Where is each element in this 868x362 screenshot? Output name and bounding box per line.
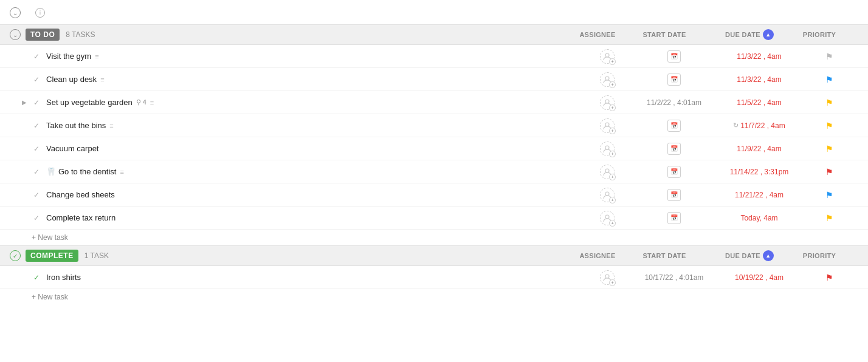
subtask-count-3: ⚲ 4 (136, 98, 146, 106)
task-due-date-6: 11/14/22 , 3:31pm (714, 168, 805, 176)
calendar-icon-7[interactable]: 📅 (667, 189, 681, 201)
svg-point-7 (605, 215, 609, 219)
task-name-8: Complete tax return (46, 213, 580, 222)
col-header-priority: PRIORITY (795, 31, 844, 38)
assignee-avatar-3[interactable]: + (600, 95, 615, 110)
task-check-3[interactable]: ✓ (32, 98, 41, 108)
task-check-6[interactable]: ✓ (32, 167, 41, 177)
flag-icon-6[interactable]: ⚑ (825, 167, 833, 177)
col-headers-todo: ASSIGNEE START DATE DUE DATE ▲ PRIORITY (570, 29, 858, 40)
flag-icon-3[interactable]: ⚑ (825, 98, 833, 108)
task-start-date-1: 📅 (635, 50, 714, 63)
task-cols-6: + 📅 11/14/22 , 3:31pm ⚑ (580, 165, 858, 179)
task-row: ✓ Clean up desk ≡ + (0, 68, 868, 91)
flag-icon-8[interactable]: ⚑ (825, 213, 833, 223)
flag-icon-1[interactable]: ⚑ (825, 52, 833, 61)
new-task-row-todo[interactable]: + New task (0, 230, 868, 245)
assignee-plus-1[interactable]: + (609, 58, 616, 65)
task-menu-2[interactable]: ≡ (100, 76, 104, 83)
task-menu-4[interactable]: ≡ (109, 122, 113, 129)
assignee-avatar-8[interactable]: + (600, 211, 615, 225)
task-name-4: Take out the bins ≡ (46, 121, 580, 130)
task-priority-5: ⚑ (805, 144, 853, 154)
task-assignee-6: + (580, 165, 635, 179)
task-cols-9: + 10/17/22 , 4:01am 10/19/22 , 4am ⚑ (580, 270, 858, 285)
start-date-text-3: 11/2/22 , 4:01am (647, 98, 701, 107)
task-check-5[interactable]: ✓ (32, 144, 41, 154)
flag-icon-5[interactable]: ⚑ (825, 144, 833, 154)
due-date-text-1: 11/3/22 , 4am (737, 52, 781, 61)
due-date-text-2: 11/3/22 , 4am (737, 75, 781, 84)
task-priority-3: ⚑ (805, 98, 853, 108)
svg-point-0 (605, 53, 609, 57)
assignee-plus-4[interactable]: + (609, 128, 616, 134)
col-header-priority: PRIORITY (795, 252, 844, 259)
task-row: ✓ Visit the gym ≡ + (0, 45, 868, 68)
flag-icon-4[interactable]: ⚑ (825, 121, 833, 131)
info-icon[interactable]: i (35, 8, 45, 18)
new-task-row-complete[interactable]: + New task (0, 289, 868, 305)
assignee-plus-7[interactable]: + (609, 197, 616, 203)
due-date-sort-badge[interactable]: ▲ (763, 250, 774, 261)
assignee-avatar-4[interactable]: + (600, 118, 615, 133)
svg-point-6 (605, 192, 609, 196)
assignee-plus-3[interactable]: + (609, 104, 616, 111)
assignee-avatar-7[interactable]: + (600, 188, 615, 202)
col-header-due-date: DUE DATE ▲ (704, 250, 795, 261)
section-toggle-complete[interactable]: ✓ (10, 250, 21, 261)
task-cols-4: + 📅 ↻ 11/7/22 , 4am ⚑ (580, 118, 858, 133)
task-start-date-9: 10/17/22 , 4:01am (635, 273, 714, 282)
task-check-7[interactable]: ✓ (32, 190, 41, 200)
section-todo: ⌄ TO DO 8 TASKS ASSIGNEE START DATE DUE … (0, 24, 868, 245)
task-menu-1[interactable]: ≡ (95, 53, 98, 60)
flag-icon-9[interactable]: ⚑ (825, 273, 833, 282)
assignee-plus-2[interactable]: + (609, 81, 616, 88)
task-check-1[interactable]: ✓ (32, 52, 41, 61)
col-header-assignee: ASSIGNEE (570, 31, 625, 38)
section-header-todo: ⌄ TO DO 8 TASKS ASSIGNEE START DATE DUE … (0, 24, 868, 45)
task-menu-6[interactable]: ≡ (120, 168, 123, 176)
task-check-2[interactable]: ✓ (32, 75, 41, 84)
calendar-icon-2[interactable]: 📅 (667, 73, 681, 86)
task-menu-3[interactable]: ≡ (150, 99, 154, 106)
flag-icon-2[interactable]: ⚑ (825, 75, 833, 84)
assignee-plus-9[interactable]: + (609, 279, 616, 286)
task-start-date-8: 📅 (635, 212, 714, 224)
task-check-9[interactable]: ✓ (32, 273, 41, 282)
task-due-date-9: 10/19/22 , 4am (714, 273, 805, 282)
task-row: ✓ Change bed sheets + (0, 183, 868, 207)
task-check-8[interactable]: ✓ (32, 213, 41, 223)
assignee-plus-8[interactable]: + (609, 220, 616, 227)
task-priority-9: ⚑ (805, 273, 853, 282)
calendar-icon-4[interactable]: 📅 (667, 120, 681, 132)
section-header-complete: ✓ COMPLETE 1 TASK ASSIGNEE START DATE DU… (0, 245, 868, 266)
assignee-avatar-5[interactable]: + (600, 142, 615, 156)
assignee-avatar-1[interactable]: + (600, 49, 615, 64)
task-cols-2: + 📅 11/3/22 , 4am ⚑ (580, 72, 858, 87)
assignee-plus-6[interactable]: + (609, 174, 616, 180)
assignee-avatar-6[interactable]: + (600, 165, 615, 179)
calendar-icon-6[interactable]: 📅 (667, 166, 681, 178)
task-cols-1: + 📅 11/3/22 , 4am ⚑ (580, 49, 858, 64)
task-priority-1: ⚑ (805, 52, 853, 61)
task-expand-3[interactable]: ▶ (22, 99, 30, 106)
header-toggle[interactable]: ⌄ (10, 7, 21, 18)
section-toggle-todo[interactable]: ⌄ (10, 29, 21, 40)
assignee-avatar-2[interactable]: + (600, 72, 615, 87)
task-assignee-2: + (580, 72, 635, 87)
task-cols-8: + 📅 Today, 4am ⚑ (580, 211, 858, 225)
flag-icon-7[interactable]: ⚑ (825, 190, 833, 200)
assignee-plus-5[interactable]: + (609, 151, 616, 157)
task-cols-7: + 📅 11/21/22 , 4am ⚑ (580, 188, 858, 202)
task-check-4[interactable]: ✓ (32, 121, 41, 131)
task-priority-4: ⚑ (805, 121, 853, 131)
calendar-icon-1[interactable]: 📅 (667, 50, 681, 63)
calendar-icon-8[interactable]: 📅 (667, 212, 681, 224)
task-row: ▶ ✓ Set up vegetable garden ⚲ 4 ≡ (0, 91, 868, 114)
task-name-3: Set up vegetable garden ⚲ 4 ≡ (46, 98, 580, 107)
app-header: ⌄ i (0, 7, 868, 24)
assignee-avatar-9[interactable]: + (600, 270, 615, 285)
task-name-9: Iron shirts (46, 273, 580, 282)
due-date-sort-badge[interactable]: ▲ (763, 29, 774, 40)
calendar-icon-5[interactable]: 📅 (667, 143, 681, 155)
